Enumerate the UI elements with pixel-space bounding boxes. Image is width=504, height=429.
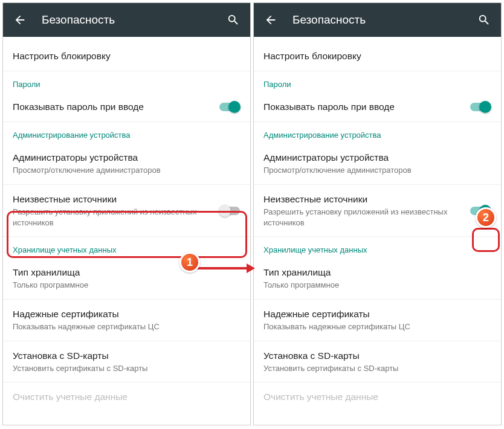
row-clear-creds: Очистить учетные данные xyxy=(3,382,250,411)
section-admin: Администрирование устройства xyxy=(3,122,250,143)
row-configure-lock[interactable]: Настроить блокировку xyxy=(254,42,501,71)
appbar: Безопасность xyxy=(3,3,250,37)
truncated-section-top xyxy=(254,37,501,42)
row-sd-install[interactable]: Установка с SD-карты Установить сертифик… xyxy=(254,341,501,383)
back-icon[interactable] xyxy=(263,13,278,27)
row-show-password[interactable]: Показывать пароль при вводе xyxy=(3,92,250,122)
toggle-show-password[interactable] xyxy=(219,101,241,113)
section-credentials: Хранилище учетных данных xyxy=(3,237,250,258)
section-passwords: Пароли xyxy=(254,71,501,92)
row-unknown-sources[interactable]: Неизвестные источники Разрешить установк… xyxy=(254,185,501,237)
row-device-admins[interactable]: Администраторы устройства Просмотр/отклю… xyxy=(254,143,501,185)
settings-list[interactable]: Настроить блокировку Пароли Показывать п… xyxy=(3,37,250,411)
row-device-admins[interactable]: Администраторы устройства Просмотр/отклю… xyxy=(3,143,250,185)
page-title: Безопасность xyxy=(292,13,462,27)
section-passwords: Пароли xyxy=(3,71,250,92)
badge-step-1: 1 xyxy=(179,252,200,273)
badge-step-2: 2 xyxy=(476,207,496,228)
row-sd-install[interactable]: Установка с SD-карты Установить сертифик… xyxy=(3,341,250,383)
search-icon[interactable] xyxy=(477,13,491,27)
toggle-unknown-sources-off[interactable] xyxy=(219,205,241,217)
section-credentials: Хранилище учетных данных xyxy=(254,237,501,258)
arrow-indicator xyxy=(197,264,255,273)
search-icon[interactable] xyxy=(226,13,241,27)
row-show-password[interactable]: Показывать пароль при вводе xyxy=(254,92,501,122)
row-storage-type[interactable]: Тип хранилища Только программное xyxy=(254,258,501,300)
toggle-show-password[interactable] xyxy=(470,101,491,113)
row-trusted-certs[interactable]: Надежные сертификаты Показывать надежные… xyxy=(3,300,250,341)
row-unknown-sources[interactable]: Неизвестные источники Разрешить установк… xyxy=(3,185,250,237)
row-clear-creds: Очистить учетные данные xyxy=(254,382,501,411)
truncated-section-top xyxy=(3,37,250,42)
screen-before: Безопасность Настроить блокировку Пароли… xyxy=(2,2,251,425)
row-configure-lock[interactable]: Настроить блокировку xyxy=(3,42,250,71)
section-admin: Администрирование устройства xyxy=(254,122,501,143)
appbar: Безопасность xyxy=(254,3,501,37)
screen-after: Безопасность Настроить блокировку Пароли… xyxy=(253,2,502,425)
row-trusted-certs[interactable]: Надежные сертификаты Показывать надежные… xyxy=(254,300,501,341)
back-icon[interactable] xyxy=(13,13,27,27)
page-title: Безопасность xyxy=(42,13,212,27)
settings-list[interactable]: Настроить блокировку Пароли Показывать п… xyxy=(254,37,501,411)
